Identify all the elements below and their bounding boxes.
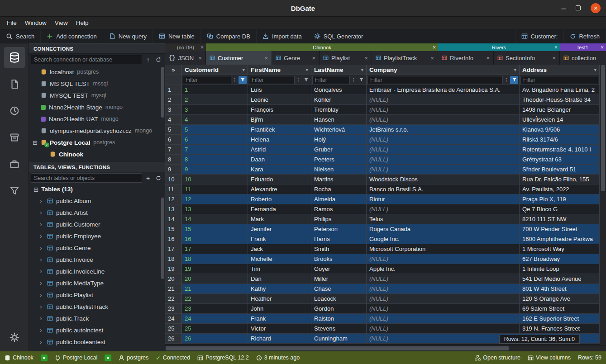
- table-list-item[interactable]: › public.MediaType: [29, 277, 165, 289]
- filter-input[interactable]: [520, 76, 598, 84]
- cell-firstname[interactable]: Frank: [248, 314, 311, 324]
- close-group-icon[interactable]: ×: [601, 44, 604, 51]
- row-number[interactable]: 3: [165, 105, 182, 115]
- open-structure-button[interactable]: Open structure: [475, 355, 520, 361]
- close-group-icon[interactable]: ×: [554, 44, 558, 51]
- filter-funnel-icon[interactable]: [357, 76, 365, 84]
- cell-lastname[interactable]: Peterson: [311, 224, 367, 234]
- table-list-item[interactable]: › public.booleantest: [29, 336, 165, 348]
- cell-lastname[interactable]: Wichterlová: [311, 125, 367, 135]
- table-row[interactable]: 18 18 Michelle Brooks (NULL) 627 Broadwa…: [165, 254, 600, 264]
- close-tab-icon[interactable]: ×: [364, 55, 368, 61]
- cell-lastname[interactable]: Miller: [311, 274, 367, 284]
- rail-history-icon[interactable]: [4, 100, 25, 121]
- cell-firstname[interactable]: Helena: [248, 135, 311, 145]
- cell-firstname[interactable]: Richard: [248, 334, 311, 344]
- table-row[interactable]: 12 12 Roberto Almeida Riotur Praça Pio X…: [165, 194, 600, 204]
- cell-firstname[interactable]: Astrid: [248, 145, 311, 155]
- cell-address[interactable]: 627 Broadway: [520, 254, 600, 264]
- cell-firstname[interactable]: Kara: [248, 165, 311, 175]
- cell-company[interactable]: (NULL): [367, 334, 520, 344]
- db-group-test1[interactable]: test1 ×: [560, 43, 606, 51]
- add-table-icon[interactable]: +: [143, 174, 153, 183]
- cell-lastname[interactable]: Leacock: [311, 294, 367, 304]
- column-header[interactable]: FirstName ▾: [248, 65, 311, 75]
- table-row[interactable]: 16 16 Frank Harris Google Inc. 1600 Amph…: [165, 234, 600, 244]
- cell-customerid[interactable]: 3: [182, 105, 248, 115]
- cell-firstname[interactable]: Jennifer: [248, 224, 311, 234]
- close-tab-icon[interactable]: ×: [312, 55, 315, 61]
- cell-address[interactable]: Sřnder Boulevard 51: [520, 165, 600, 175]
- cell-firstname[interactable]: Frank: [248, 234, 311, 244]
- cell-company[interactable]: Woodstock Discos: [367, 175, 520, 184]
- cell-firstname[interactable]: Eduardo: [248, 175, 311, 184]
- close-tab-icon[interactable]: ×: [198, 55, 202, 61]
- vertical-scrollbar-thumb[interactable]: [601, 65, 605, 191]
- chevron-right-icon[interactable]: ›: [40, 279, 44, 287]
- table-row[interactable]: 9 9 Kara Nielsen (NULL) Sřnder Boulevard…: [165, 165, 600, 175]
- cell-company[interactable]: Apple Inc.: [367, 264, 520, 274]
- cell-customerid[interactable]: 25: [182, 324, 248, 334]
- cell-company[interactable]: (NULL): [367, 105, 520, 115]
- cell-address[interactable]: Ullevĺlsveien 14: [520, 115, 600, 125]
- close-button[interactable]: ×: [591, 3, 601, 13]
- table-list-item[interactable]: › public.PlaylistTrack: [29, 301, 165, 312]
- cell-address[interactable]: 1600 Amphitheatre Parkwa: [520, 234, 600, 244]
- sql-generator-button[interactable]: SQL Generator: [308, 29, 370, 43]
- cell-lastname[interactable]: Hansen: [311, 115, 367, 125]
- row-number[interactable]: 5: [165, 125, 182, 135]
- table-row[interactable]: 3 3 François Tremblay (NULL) 1498 rue Bé…: [165, 105, 600, 115]
- vertical-scrollbar[interactable]: [600, 65, 606, 345]
- filter-input[interactable]: [312, 76, 350, 84]
- filter-menu-icon[interactable]: ⋮: [504, 77, 509, 83]
- cell-lastname[interactable]: Holý: [311, 135, 367, 145]
- row-number[interactable]: 6: [165, 135, 182, 145]
- filter-menu-icon[interactable]: ⋮: [232, 77, 238, 83]
- new-query-button[interactable]: New query: [103, 29, 153, 43]
- table-list-item[interactable]: › public.InvoiceLine: [29, 265, 165, 277]
- connection-item[interactable]: ⊟ ✓ MS SQL TEST mssql: [29, 78, 165, 90]
- close-tab-icon[interactable]: ×: [486, 55, 490, 61]
- table-row[interactable]: 10 10 Eduardo Martins Woodstock Discos R…: [165, 175, 600, 184]
- cell-company[interactable]: Google Inc.: [367, 234, 520, 244]
- cell-address[interactable]: Av. Paulista, 2022: [520, 184, 600, 194]
- cell-firstname[interactable]: Roberto: [248, 194, 311, 204]
- cell-address[interactable]: 1498 rue Bélanger: [520, 105, 600, 115]
- cell-lastname[interactable]: Harris: [311, 234, 367, 244]
- table-row[interactable]: 6 6 Helena Holý (NULL) Rilská 3174/6: [165, 135, 600, 145]
- menu-item[interactable]: Help: [72, 18, 93, 28]
- table-list-item[interactable]: › public.Invoice: [29, 254, 165, 265]
- rail-files-icon[interactable]: [4, 74, 25, 95]
- cell-lastname[interactable]: Peeters: [311, 155, 367, 165]
- cell-customerid[interactable]: 26: [182, 334, 248, 344]
- row-number[interactable]: 13: [165, 204, 182, 214]
- cell-company[interactable]: Riotur: [367, 194, 520, 204]
- table-row[interactable]: 14 14 Mark Philips Telus 8210 111 ST NW: [165, 214, 600, 224]
- cell-customerid[interactable]: 7: [182, 145, 248, 155]
- cell-address[interactable]: 162 E Superior Street: [520, 314, 600, 324]
- tab[interactable]: collection ×: [560, 51, 606, 65]
- close-tab-icon[interactable]: ×: [552, 55, 556, 61]
- filter-input[interactable]: [367, 76, 503, 84]
- table-row[interactable]: 23 23 John Gordon (NULL) 69 Salem Street: [165, 304, 600, 314]
- table-list-item[interactable]: › public.autoinctest: [29, 324, 165, 336]
- sidebar-scrollbar[interactable]: [161, 198, 164, 279]
- view-columns-button[interactable]: View columns: [528, 355, 571, 361]
- refresh-button[interactable]: Refresh: [564, 29, 606, 43]
- cell-firstname[interactable]: François: [248, 105, 311, 115]
- cell-address[interactable]: 69 Salem Street: [520, 304, 600, 314]
- chevron-right-icon[interactable]: ›: [40, 209, 44, 216]
- cell-company[interactable]: (NULL): [367, 204, 520, 214]
- chevron-right-icon[interactable]: ›: [40, 326, 44, 334]
- status-database[interactable]: Chinook: [5, 355, 33, 361]
- tab[interactable]: RiverInfo ×: [438, 51, 494, 65]
- table-row[interactable]: 15 15 Jennifer Peterson Rogers Canada 70…: [165, 224, 600, 234]
- cell-customerid[interactable]: 22: [182, 294, 248, 304]
- refresh-connections-icon[interactable]: [154, 55, 163, 64]
- cell-firstname[interactable]: Tim: [248, 264, 311, 274]
- cell-firstname[interactable]: Daan: [248, 155, 311, 165]
- new-table-button[interactable]: New table: [153, 29, 201, 43]
- filter-input[interactable]: [249, 76, 295, 84]
- customer-context-button[interactable]: Customer:: [515, 29, 564, 43]
- column-header[interactable]: Company ▾: [367, 65, 520, 75]
